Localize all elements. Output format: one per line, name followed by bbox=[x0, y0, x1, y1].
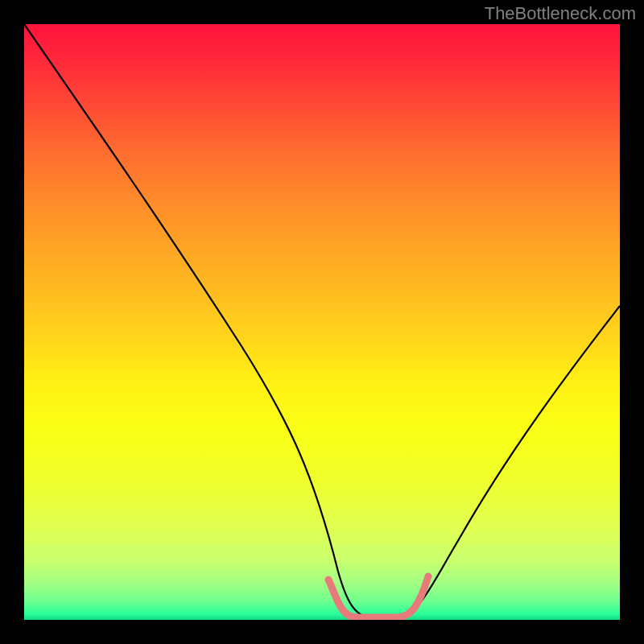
plot-area bbox=[24, 24, 620, 620]
curve-layer bbox=[24, 24, 620, 620]
chart-frame bbox=[0, 0, 644, 644]
watermark: TheBottleneck.com bbox=[485, 3, 636, 24]
bottleneck-curve bbox=[24, 24, 620, 618]
optimal-zone-indicator bbox=[328, 576, 428, 617]
